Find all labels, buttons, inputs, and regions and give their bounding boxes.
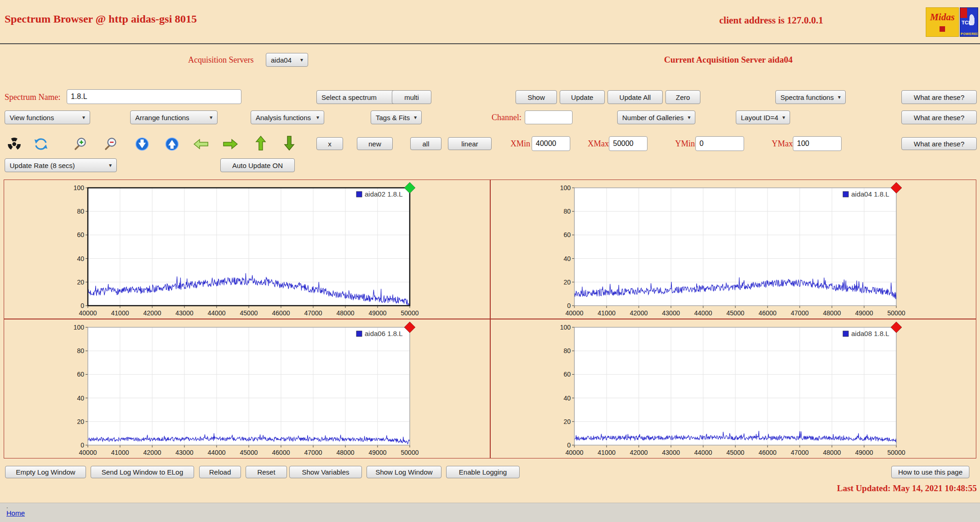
shift-up-icon[interactable] [164,136,180,152]
svg-text:80: 80 [77,347,84,354]
home-link[interactable]: Home [6,509,25,517]
select-spectrum-value: Select a spectrum [321,93,377,101]
pan-down-icon[interactable] [281,135,297,151]
update-button[interactable]: Update [560,90,605,104]
midas-logo-mark [940,26,945,32]
radiation-icon[interactable] [6,136,22,152]
ymax-input[interactable] [793,136,842,151]
zero-button[interactable]: Zero [665,90,700,104]
svg-text:49000: 49000 [369,449,387,456]
svg-text:80: 80 [563,347,571,354]
arrange-functions-dropdown[interactable]: Arrange functions [130,110,218,124]
svg-text:44000: 44000 [694,449,712,456]
view-functions-dropdown[interactable]: View functions [5,110,90,124]
tags-fits-value: Tags & Fits [376,114,410,122]
shift-down-icon[interactable] [134,136,150,152]
spectrum-plot: 4000041000420004300044000450004600047000… [546,181,909,318]
svg-text:0: 0 [80,302,84,309]
update-all-button[interactable]: Update All [607,90,663,104]
auto-update-button[interactable]: Auto Update ON [220,158,295,172]
show-variables-button[interactable]: Show Variables [289,466,362,478]
empty-log-window-button[interactable]: Empty Log Window [5,466,86,478]
svg-text:80: 80 [563,208,571,215]
tags-fits-dropdown[interactable]: Tags & Fits [371,110,422,124]
all-button[interactable]: all [410,137,441,150]
refresh-icon[interactable] [33,136,49,152]
enable-logging-button[interactable]: Enable Logging [446,466,520,478]
svg-text:42000: 42000 [143,449,161,456]
svg-text:45000: 45000 [726,309,744,317]
zoom-in-icon[interactable] [74,136,89,152]
svg-text:40000: 40000 [79,309,97,317]
svg-text:100: 100 [74,324,85,331]
svg-text:47000: 47000 [791,449,808,456]
spectrum-plot: 4000041000420004300044000450004600047000… [546,321,909,458]
svg-text:60: 60 [563,231,571,238]
svg-text:43000: 43000 [176,449,194,456]
acquisition-server-select[interactable]: aida04 [266,53,308,67]
how-to-use-button[interactable]: How to use this page [891,466,969,478]
tcl-powered-text: POWERED [961,32,978,35]
footer-bar: . Home [0,503,980,522]
show-button[interactable]: Show [516,90,557,104]
svg-text:40: 40 [77,255,84,262]
pan-up-icon[interactable] [253,135,269,151]
show-log-window-button[interactable]: Show Log Window [367,466,441,478]
gallery-grid: 4000041000420004300044000450004600047000… [4,180,976,458]
midas-logo-text: Midas [930,12,955,23]
current-server-label: Current Acquisition Server aida04 [664,53,793,67]
svg-text:41000: 41000 [597,309,615,317]
spectrum-chart-aida06[interactable]: 4000041000420004300044000450004600047000… [59,321,423,459]
svg-text:43000: 43000 [176,309,194,317]
linear-button[interactable]: linear [448,137,492,150]
svg-text:60: 60 [563,371,571,378]
svg-text:20: 20 [77,418,84,425]
analysis-functions-value: Analysis functions [256,114,311,122]
analysis-functions-dropdown[interactable]: Analysis functions [251,110,324,124]
spectra-functions-value: Spectra functions [780,93,834,101]
svg-text:43000: 43000 [662,309,680,317]
svg-text:48000: 48000 [337,449,355,456]
pan-right-icon[interactable] [223,136,238,152]
svg-text:41000: 41000 [597,449,615,456]
number-of-galleries-value: Number of Galleries [622,114,683,122]
layout-id-dropdown[interactable]: Layout ID=4 [736,110,790,124]
legend-swatch [843,191,848,197]
spectrum-name-input[interactable] [67,89,241,104]
xmax-input[interactable] [609,136,648,151]
spectrum-chart-aida02[interactable]: 4000041000420004300044000450004600047000… [59,181,423,320]
gallery-panel-aida04: 4000041000420004300044000450004600047000… [490,180,977,319]
what-are-these-button-2[interactable]: What are these? [901,110,977,124]
what-are-these-button-3[interactable]: What are these? [901,137,977,150]
spectrum-chart-aida04[interactable]: 4000041000420004300044000450004600047000… [546,181,909,320]
reload-button[interactable]: Reload [199,466,241,478]
spectrum-chart-aida08[interactable]: 4000041000420004300044000450004600047000… [546,321,909,459]
gallery-panel-aida08: 4000041000420004300044000450004600047000… [490,319,977,458]
spectra-functions-dropdown[interactable]: Spectra functions [775,90,846,104]
number-of-galleries-dropdown[interactable]: Number of Galleries [617,110,695,124]
pan-left-icon[interactable] [193,136,209,152]
tcl-red-block [960,8,967,18]
reset-button[interactable]: Reset [246,466,287,478]
svg-text:42000: 42000 [143,309,161,317]
what-are-these-button-1[interactable]: What are these? [901,90,977,104]
svg-text:45000: 45000 [240,449,258,456]
channel-input[interactable] [525,110,573,124]
xmax-label: XMax [588,136,609,151]
last-updated-text: Last Updated: May 14, 2021 10:48:55 [837,483,977,493]
legend-label: aida02 1.8.L [365,190,403,198]
update-rate-dropdown[interactable]: Update Rate (8 secs) [5,158,117,172]
legend-swatch [356,331,362,336]
zoom-out-icon[interactable] [104,136,120,152]
multi-button[interactable]: multi [392,90,431,104]
send-log-to-elog-button[interactable]: Send Log Window to ELog [91,466,194,478]
x-button[interactable]: x [316,137,343,150]
xmin-input[interactable] [532,136,570,151]
ymin-input[interactable] [695,136,744,151]
svg-text:50000: 50000 [887,449,905,456]
svg-text:100: 100 [560,184,571,191]
new-button[interactable]: new [357,137,393,150]
svg-text:40: 40 [563,255,571,262]
header-divider [0,43,980,44]
xmin-label: XMin [510,136,530,151]
